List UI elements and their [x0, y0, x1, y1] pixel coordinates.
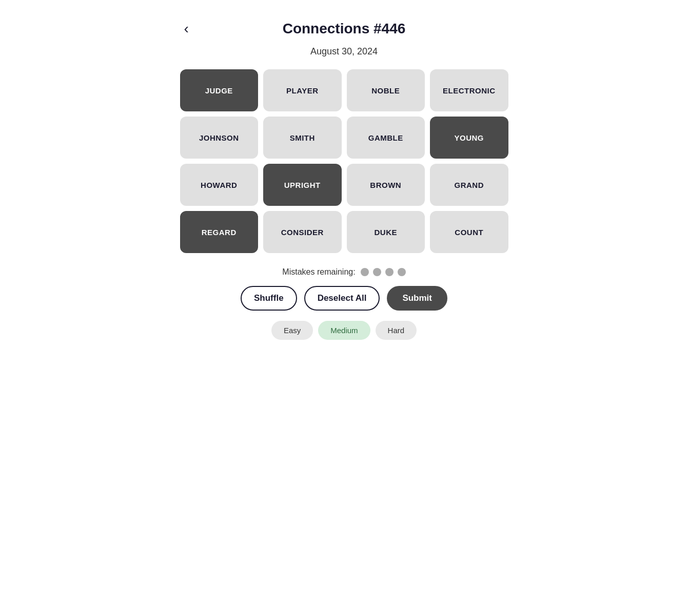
- mistake-dot-1: [373, 268, 381, 276]
- mistake-dot-2: [385, 268, 394, 276]
- card-label-brown: BROWN: [370, 181, 401, 189]
- mistake-dot-3: [398, 268, 406, 276]
- card-noble[interactable]: NOBLE: [347, 69, 425, 111]
- card-smith[interactable]: SMITH: [263, 117, 342, 159]
- card-label-howard: HOWARD: [201, 181, 237, 189]
- back-button[interactable]: ‹: [180, 18, 193, 39]
- card-player[interactable]: PLAYER: [263, 69, 342, 111]
- date-subtitle: August 30, 2024: [180, 46, 508, 57]
- card-label-grand: GRAND: [455, 181, 484, 189]
- card-consider[interactable]: CONSIDER: [263, 211, 342, 253]
- card-label-consider: CONSIDER: [281, 228, 324, 237]
- card-label-noble: NOBLE: [371, 86, 400, 95]
- card-label-johnson: JOHNSON: [199, 133, 239, 142]
- card-label-upright: UPRIGHT: [284, 181, 321, 189]
- action-buttons-row: Shuffle Deselect All Submit: [180, 286, 508, 311]
- card-johnson[interactable]: JOHNSON: [180, 117, 259, 159]
- card-label-electronic: ELECTRONIC: [443, 86, 496, 95]
- card-young[interactable]: YOUNG: [430, 117, 508, 159]
- submit-button[interactable]: Submit: [387, 286, 447, 311]
- difficulty-button-easy[interactable]: Easy: [271, 321, 313, 340]
- card-brown[interactable]: BROWN: [347, 164, 425, 206]
- card-count[interactable]: COUNT: [430, 211, 508, 253]
- card-upright[interactable]: UPRIGHT: [263, 164, 342, 206]
- card-gamble[interactable]: GAMBLE: [347, 117, 425, 159]
- card-judge[interactable]: JUDGE: [180, 69, 259, 111]
- shuffle-button[interactable]: Shuffle: [241, 286, 297, 311]
- deselect-all-button[interactable]: Deselect All: [304, 286, 380, 311]
- header: ‹ Connections #446: [180, 10, 508, 42]
- card-electronic[interactable]: ELECTRONIC: [430, 69, 508, 111]
- card-label-duke: DUKE: [374, 228, 397, 237]
- card-label-judge: JUDGE: [205, 86, 233, 95]
- cards-grid: JUDGEPLAYERNOBLEELECTRONICJOHNSONSMITHGA…: [180, 69, 508, 253]
- mistakes-row: Mistakes remaining:: [180, 267, 508, 277]
- card-label-smith: SMITH: [290, 133, 315, 142]
- card-duke[interactable]: DUKE: [347, 211, 425, 253]
- card-label-regard: REGARD: [202, 228, 237, 237]
- card-label-gamble: GAMBLE: [368, 133, 403, 142]
- card-howard[interactable]: HOWARD: [180, 164, 259, 206]
- difficulty-button-medium[interactable]: Medium: [318, 321, 370, 340]
- difficulty-row: EasyMediumHard: [180, 321, 508, 340]
- card-label-player: PLAYER: [286, 86, 318, 95]
- card-label-young: YOUNG: [454, 133, 484, 142]
- app-container: ‹ Connections #446 August 30, 2024 JUDGE…: [180, 10, 508, 340]
- page-title: Connections #446: [283, 21, 406, 37]
- difficulty-button-hard[interactable]: Hard: [376, 321, 417, 340]
- mistakes-dots: [361, 268, 406, 276]
- card-label-count: COUNT: [455, 228, 483, 237]
- card-grand[interactable]: GRAND: [430, 164, 508, 206]
- card-regard[interactable]: REGARD: [180, 211, 259, 253]
- mistake-dot-0: [361, 268, 369, 276]
- mistakes-label: Mistakes remaining:: [282, 267, 355, 277]
